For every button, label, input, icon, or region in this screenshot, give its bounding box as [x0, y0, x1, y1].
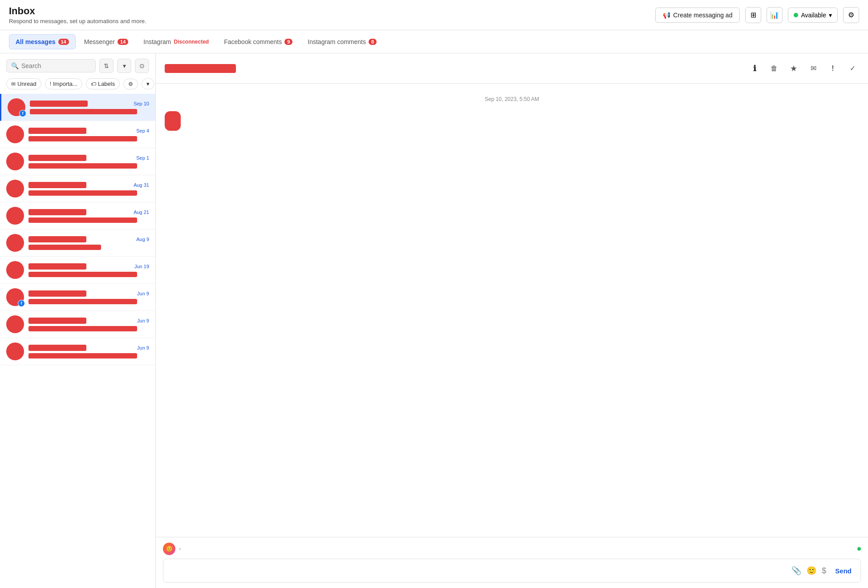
search-input-wrap[interactable]: 🔍 [6, 59, 96, 72]
tab-instagram-comments[interactable]: Instagram comments 8 [301, 34, 383, 49]
message-preview-redacted [30, 109, 137, 114]
reply-top-row: 😊 › [163, 543, 861, 559]
tab-all-messages-badge: 14 [58, 39, 69, 45]
message-item[interactable]: Aug 31 [0, 175, 155, 202]
filter-tag-unread[interactable]: ✉ Unread [6, 78, 41, 89]
message-item[interactable]: Aug 9 [0, 230, 155, 257]
avatar [6, 180, 24, 197]
create-messaging-ad-button[interactable]: 📢 Create messaging ad [655, 8, 740, 23]
info-icon: ℹ [753, 64, 756, 73]
message-name-redacted [28, 263, 86, 270]
message-item[interactable]: Jun 19 [0, 257, 155, 284]
message-content: Aug 21 [28, 209, 149, 223]
avatar [6, 153, 24, 170]
analytics-icon-button[interactable]: 📊 [767, 7, 783, 23]
avatar [6, 342, 24, 360]
email-action-button[interactable]: ✉ [807, 62, 820, 75]
filter-button[interactable]: ⊙ [135, 59, 149, 73]
message-item[interactable]: Aug 21 [0, 202, 155, 230]
message-name-redacted [28, 128, 86, 134]
message-preview-redacted [28, 272, 137, 277]
message-item[interactable]: Jun 9 [0, 311, 155, 338]
message-content: Jun 9 [28, 290, 149, 304]
message-preview-redacted [28, 326, 137, 331]
conversation-header-left [165, 64, 236, 73]
tab-instagram-comments-label: Instagram comments [308, 38, 366, 45]
conversation-header: ℹ 🗑 ★ ✉ ! ✓ [156, 53, 868, 84]
header-right: 📢 Create messaging ad ⊞ 📊 Available ▾ ⚙ [655, 7, 859, 23]
platform-icon-facebook: f [18, 300, 25, 307]
sort-button[interactable]: ⇅ [99, 59, 114, 73]
send-button[interactable]: Send [831, 565, 855, 576]
message-name-row: Jun 9 [28, 345, 149, 351]
message-date: Aug 31 [134, 182, 149, 188]
message-item[interactable]: Sep 1 [0, 148, 155, 175]
message-date: Sep 1 [136, 155, 149, 161]
reply-channel-icon[interactable]: 😊 [163, 543, 175, 555]
online-status-dot [857, 547, 861, 551]
availability-button[interactable]: Available ▾ [788, 8, 838, 23]
tab-instagram-comments-badge: 8 [369, 39, 377, 45]
search-icon: 🔍 [11, 62, 19, 69]
sort-dropdown-button[interactable]: ▾ [117, 59, 131, 73]
filter-tag-more[interactable]: ⚙ [123, 79, 138, 89]
reply-input-row: 📎 🙂 $ Send [163, 559, 861, 583]
filter-tags-row: ✉ Unread ! Importa... 🏷 Labels ⚙ ▾ [0, 77, 155, 94]
sliders-icon: ⚙ [128, 81, 133, 87]
star-action-button[interactable]: ★ [787, 62, 800, 75]
grid-icon-button[interactable]: ⊞ [745, 7, 761, 23]
message-item[interactable]: Jun 9 [0, 338, 155, 365]
tab-facebook-comments-badge: 9 [284, 39, 292, 45]
reply-chevron[interactable]: › [179, 546, 181, 552]
inbox-title: Inbox [9, 5, 146, 17]
dollar-icon[interactable]: $ [822, 566, 826, 576]
delete-action-button[interactable]: 🗑 [767, 62, 781, 75]
tab-facebook-comments[interactable]: Facebook comments 9 [217, 34, 299, 49]
message-name-row: Sep 1 [28, 155, 149, 161]
message-name-redacted [28, 236, 86, 242]
email-icon: ✉ [811, 64, 816, 72]
settings-icon-button[interactable]: ⚙ [843, 7, 859, 23]
tab-instagram[interactable]: Instagram Disconnected [137, 34, 215, 49]
conversation-name-redacted [165, 64, 236, 73]
filter-tag-labels[interactable]: 🏷 Labels [86, 78, 120, 89]
message-item[interactable]: f Jun 9 [0, 284, 155, 311]
message-name-redacted [28, 345, 86, 351]
search-filter-row: 🔍 ⇅ ▾ ⊙ [0, 53, 155, 77]
message-preview-redacted [28, 163, 137, 169]
tab-instagram-disconnected: Disconnected [174, 39, 209, 45]
message-name-row: Aug 31 [28, 182, 149, 188]
tab-messenger[interactable]: Messenger 14 [77, 34, 135, 49]
label-icon: 🏷 [91, 81, 96, 87]
reply-actions: 📎 🙂 $ Send [791, 565, 855, 576]
more-action-button[interactable]: ! [826, 62, 840, 75]
chat-bubble-wrap [165, 111, 859, 131]
message-item[interactable]: f Sep 10 [0, 94, 155, 121]
tab-instagram-label: Instagram [143, 38, 171, 45]
filter-tag-dropdown[interactable]: ▾ [142, 78, 154, 89]
main-layout: 🔍 ⇅ ▾ ⊙ ✉ Unread ! Importa... [0, 53, 868, 588]
message-preview-redacted [28, 353, 137, 358]
attachment-icon[interactable]: 📎 [791, 566, 801, 576]
message-date: Jun 9 [137, 345, 149, 350]
exclamation-icon: ! [831, 64, 834, 72]
message-name-redacted [30, 101, 88, 107]
info-action-button[interactable]: ℹ [748, 62, 761, 75]
message-content: Sep 4 [28, 128, 149, 141]
megaphone-icon: 📢 [663, 12, 670, 19]
message-name-row: Sep 10 [30, 101, 149, 107]
search-input[interactable] [21, 62, 91, 69]
message-date: Jun 9 [137, 291, 149, 296]
avatar [6, 261, 24, 279]
message-date: Sep 10 [134, 101, 149, 106]
sort-icon: ⇅ [104, 62, 109, 69]
message-name-redacted [28, 209, 86, 215]
avatar: f [8, 98, 25, 116]
emoji-icon[interactable]: 🙂 [807, 566, 816, 576]
create-ad-label: Create messaging ad [673, 12, 732, 19]
filter-tag-important[interactable]: ! Importa... [45, 78, 82, 89]
message-item[interactable]: Sep 4 [0, 121, 155, 148]
done-action-button[interactable]: ✓ [846, 62, 859, 75]
tab-all-messages[interactable]: All messages 14 [9, 34, 76, 49]
reply-text-input[interactable] [169, 563, 788, 579]
